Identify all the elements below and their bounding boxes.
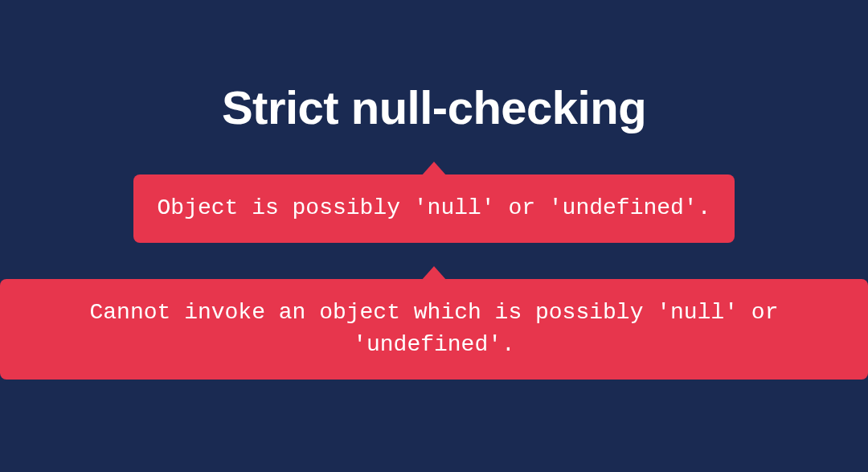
callouts-group: Object is possibly 'null' or 'undefined'… [0,174,868,380]
error-callout-1: Object is possibly 'null' or 'undefined'… [133,174,735,243]
error-callout-2: Cannot invoke an object which is possibl… [0,279,868,380]
slide-title: Strict null-checking [222,80,646,134]
